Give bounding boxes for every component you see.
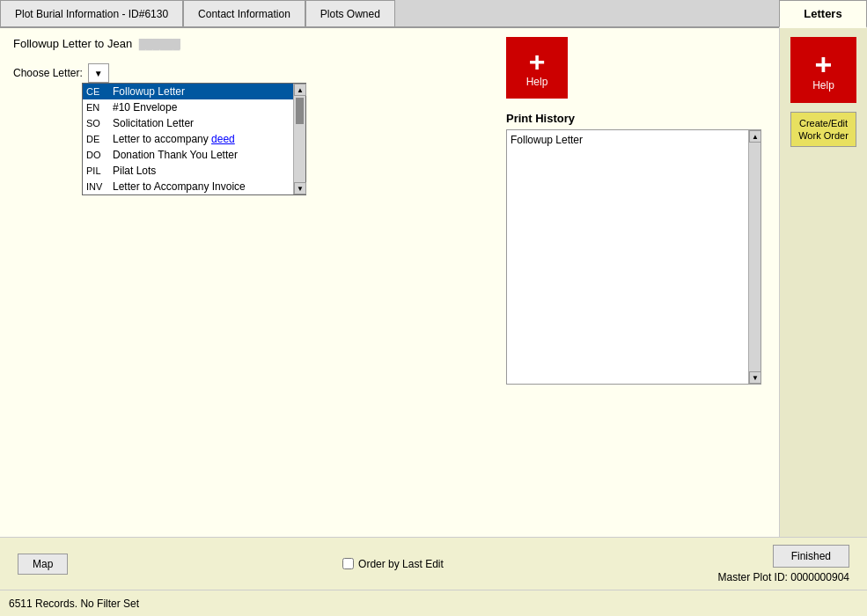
- name-blurred: ██████: [139, 39, 180, 49]
- sidebar-help-plus-icon: +: [815, 49, 833, 79]
- dropdown-list[interactable]: CE Followup Letter EN #10 Envelope SO So…: [82, 83, 306, 195]
- order-checkbox-row: Order by Last Edit: [342, 558, 444, 570]
- scroll-up-arrow[interactable]: ▲: [294, 84, 306, 96]
- dropdown-item-5[interactable]: PIL Pilat Lots: [83, 163, 305, 179]
- print-history-label: Print History: [506, 112, 575, 125]
- print-history-scrollbar[interactable]: ▲ ▼: [748, 130, 760, 384]
- tab-bar: Plot Burial Information - ID#6130 Contac…: [0, 0, 867, 28]
- print-history-box[interactable]: Followup Letter ▲ ▼: [506, 129, 761, 385]
- help-label: Help: [526, 76, 548, 88]
- tab-plot-burial[interactable]: Plot Burial Information - ID#6130: [0, 0, 183, 26]
- master-plot-id: Master Plot ID: 0000000904: [718, 571, 849, 583]
- scroll-thumb: [296, 98, 304, 124]
- dropdown-trigger[interactable]: ▼: [88, 63, 109, 83]
- bottom-bar: Map Order by Last Edit Finished Master P…: [0, 537, 867, 590]
- tab-letters[interactable]: Letters: [779, 0, 867, 28]
- tab-contact-info[interactable]: Contact Information: [183, 0, 305, 26]
- tab-plots-owned[interactable]: Plots Owned: [305, 0, 395, 26]
- order-by-last-edit-checkbox[interactable]: [342, 558, 354, 569]
- ph-scroll-up[interactable]: ▲: [749, 130, 761, 143]
- status-bar: 6511 Records. No Filter Set: [0, 590, 867, 616]
- dropdown-item-3[interactable]: DE Letter to accompany deed: [83, 131, 305, 147]
- choose-letter-label: Choose Letter:: [13, 67, 83, 79]
- main-content: Followup Letter to Jean ██████ Choose Le…: [0, 28, 867, 537]
- left-panel: Followup Letter to Jean ██████ Choose Le…: [0, 28, 497, 537]
- print-history-item: Followup Letter: [511, 134, 757, 146]
- ph-scroll-down[interactable]: ▼: [749, 371, 761, 384]
- sidebar-help-button[interactable]: + Help: [790, 37, 856, 103]
- center-panel: + Help Print History Followup Letter ▲ ▼: [497, 28, 779, 537]
- order-by-last-edit-label: Order by Last Edit: [358, 558, 444, 570]
- help-button[interactable]: + Help: [506, 37, 568, 99]
- dropdown-item-2[interactable]: SO Solicitation Letter: [83, 115, 305, 131]
- sidebar-help-label: Help: [812, 79, 834, 92]
- create-edit-work-order-button[interactable]: Create/Edit Work Order: [790, 112, 856, 147]
- followup-title: Followup Letter to Jean ██████: [13, 37, 484, 50]
- map-button[interactable]: Map: [18, 554, 68, 575]
- finished-button[interactable]: Finished: [773, 545, 849, 568]
- dropdown-arrow-icon: ▼: [94, 69, 103, 78]
- right-sidebar: + Help Create/Edit Work Order: [779, 28, 867, 537]
- bottom-right: Finished Master Plot ID: 0000000904: [718, 545, 849, 583]
- dropdown-item-1[interactable]: EN #10 Envelope: [83, 99, 305, 115]
- scroll-down-arrow[interactable]: ▼: [294, 182, 306, 194]
- help-plus-icon: +: [529, 48, 546, 76]
- dropdown-item-4[interactable]: DO Donation Thank You Letter: [83, 147, 305, 163]
- dropdown-item-0[interactable]: CE Followup Letter: [83, 84, 305, 99]
- choose-letter-row: Choose Letter: ▼ CE Followup Letter EN #…: [13, 63, 484, 83]
- status-text: 6511 Records. No Filter Set: [9, 598, 139, 610]
- dropdown-item-6[interactable]: INV Letter to Accompany Invoice: [83, 179, 305, 194]
- dropdown-scrollbar[interactable]: ▲ ▼: [293, 84, 305, 194]
